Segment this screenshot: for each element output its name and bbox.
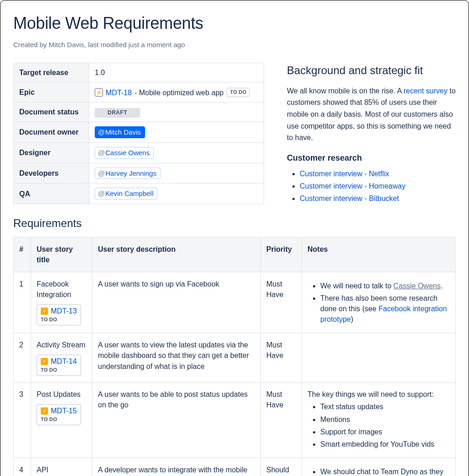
story-notes bbox=[302, 333, 456, 383]
story-title: API bbox=[37, 465, 86, 475]
research-link[interactable]: Customer interview - Homeaway bbox=[300, 182, 405, 190]
row-number: 1 bbox=[14, 272, 31, 333]
story-description: A user wants to view the latest updates … bbox=[92, 333, 261, 383]
byline-suffix: , last modified just a moment ago bbox=[84, 41, 185, 49]
meta-label-designer: Designer bbox=[14, 142, 89, 163]
story-title-cell: Post Updates✓MDT-15TO DO bbox=[31, 383, 92, 458]
list-item: There has also been some research done o… bbox=[320, 293, 450, 325]
meta-value-qa: @Kevin Campbell bbox=[89, 184, 264, 204]
row-number: 2 bbox=[14, 333, 31, 383]
epic-icon: ⚡ bbox=[95, 88, 103, 97]
epic-status-lozenge: TO DO bbox=[226, 88, 250, 97]
byline-author: Mitch Davis bbox=[49, 41, 85, 49]
bg-text-b: to customers showed that 85% of users us… bbox=[287, 87, 456, 141]
story-priority: Should Have bbox=[261, 458, 302, 476]
page-title: Mobile Web Requirements bbox=[13, 11, 456, 35]
col-header-notes: Notes bbox=[302, 238, 456, 272]
recent-survey-link[interactable]: recent survey bbox=[404, 87, 447, 95]
meta-value-owner: @Mitch Davis bbox=[89, 122, 264, 143]
meta-label-qa: QA bbox=[14, 184, 89, 204]
col-header-num: # bbox=[14, 238, 31, 272]
issue-card[interactable]: ✓MDT-15TO DO bbox=[37, 404, 81, 425]
document-page: Mobile Web Requirements Created by Mitch… bbox=[0, 0, 469, 476]
metadata-table: Target release 1.0 Epic ⚡ MDT-18 - Mobil… bbox=[13, 63, 264, 204]
col-header-description: User story description bbox=[92, 238, 261, 272]
epic-link[interactable]: MDT-18 bbox=[106, 87, 132, 98]
meta-label-owner: Document owner bbox=[14, 122, 89, 143]
list-item: Support for images bbox=[320, 427, 450, 437]
story-title-cell: Facebook Integration✓MDT-13TO DO bbox=[31, 272, 92, 333]
story-title-cell: Activity Stream✓MDT-14TO DO bbox=[31, 333, 92, 383]
status-badge: DRAFT bbox=[95, 108, 140, 118]
table-row: 2Activity Stream✓MDT-14TO DOA user wants… bbox=[14, 333, 456, 383]
table-row: 3Post Updates✓MDT-15TO DOA user wants to… bbox=[14, 383, 456, 458]
story-title-cell: API✓MDT-16TO DO bbox=[31, 458, 92, 476]
list-item: Customer interview - Bitbucket bbox=[300, 193, 456, 204]
list-item: Customer interview - Netflix bbox=[300, 168, 456, 179]
list-item: Customer interview - Homeaway bbox=[300, 181, 456, 191]
story-notes: We should chat to Team Dyno as they did … bbox=[302, 458, 456, 476]
issue-key: MDT-13 bbox=[51, 307, 77, 316]
issue-status: TO DO bbox=[41, 367, 77, 373]
story-description: A user wants to sign up via Facebook bbox=[92, 272, 261, 333]
story-notes: We will need to talk to Cassie Owens.The… bbox=[302, 272, 456, 333]
story-icon: ✓ bbox=[41, 358, 48, 365]
table-row: 1Facebook Integration✓MDT-13TO DOA user … bbox=[14, 272, 456, 333]
notes-list: Text status updatesMentionsSupport for i… bbox=[307, 401, 450, 449]
background-heading: Background and strategic fit bbox=[287, 63, 456, 79]
notes-list: We should chat to Team Dyno as they did … bbox=[307, 466, 450, 476]
issue-key: MDT-15 bbox=[51, 406, 77, 416]
meta-value-epic: ⚡ MDT-18 - Mobile optimized web app TO D… bbox=[89, 82, 264, 103]
notes-list: We will need to talk to Cassie Owens.The… bbox=[307, 281, 450, 325]
col-header-priority: Priority bbox=[261, 238, 302, 272]
story-title: Activity Stream bbox=[37, 340, 86, 350]
story-priority: Must Have bbox=[261, 333, 302, 383]
issue-key: MDT-14 bbox=[51, 357, 77, 366]
mention-owner[interactable]: @Mitch Davis bbox=[95, 126, 145, 138]
issue-status: TO DO bbox=[41, 317, 77, 323]
background-section: Background and strategic fit We all know… bbox=[287, 63, 456, 206]
two-column-layout: Target release 1.0 Epic ⚡ MDT-18 - Mobil… bbox=[13, 63, 456, 206]
customer-research-list: Customer interview - Netflix Customer in… bbox=[287, 168, 456, 204]
list-item: We will need to talk to Cassie Owens. bbox=[320, 281, 450, 291]
story-priority: Must Have bbox=[261, 272, 302, 333]
epic-summary: - Mobile optimized web app bbox=[135, 87, 224, 98]
story-icon: ✓ bbox=[41, 407, 48, 415]
requirements-table: # User story title User story descriptio… bbox=[13, 237, 456, 476]
row-number: 4 bbox=[14, 458, 31, 476]
background-paragraph: We all know mobile is on the rise. A rec… bbox=[287, 85, 456, 144]
col-header-title: User story title bbox=[31, 238, 92, 272]
list-item: Mentions bbox=[320, 414, 450, 425]
research-link[interactable]: Customer interview - Netflix bbox=[300, 170, 389, 178]
meta-label-developers: Developers bbox=[14, 163, 89, 184]
story-title: Facebook Integration bbox=[37, 279, 86, 300]
requirements-heading: Requirements bbox=[13, 216, 456, 232]
notes-intro: The key things we will need to support: bbox=[307, 389, 450, 400]
meta-value-designer: @Cassie Owens bbox=[89, 142, 264, 163]
mention-qa[interactable]: @Kevin Campbell bbox=[95, 188, 157, 200]
issue-card[interactable]: ✓MDT-14TO DO bbox=[37, 355, 81, 376]
mention-developer[interactable]: @Harvey Jennings bbox=[95, 168, 161, 179]
row-number: 3 bbox=[14, 383, 31, 458]
meta-value-status: DRAFT bbox=[89, 102, 264, 122]
story-notes: The key things we will need to support:T… bbox=[302, 383, 456, 458]
issue-status: TO DO bbox=[41, 416, 77, 423]
research-link[interactable]: Customer interview - Bitbucket bbox=[300, 195, 399, 202]
story-title: Post Updates bbox=[37, 389, 86, 400]
story-description: A developer wants to integrate with the … bbox=[92, 458, 261, 476]
customer-research-heading: Customer research bbox=[287, 152, 456, 164]
byline: Created by Mitch Davis, last modified ju… bbox=[13, 40, 456, 50]
issue-card[interactable]: ✓MDT-13TO DO bbox=[37, 304, 81, 325]
meta-label-epic: Epic bbox=[14, 82, 89, 103]
story-description: A user wants to be able to post status u… bbox=[92, 383, 261, 458]
list-item: We should chat to Team Dyno as they did … bbox=[320, 466, 450, 476]
byline-prefix: Created by bbox=[13, 41, 49, 49]
meta-label-status: Document status bbox=[14, 102, 89, 122]
story-priority: Must Have bbox=[261, 383, 302, 458]
list-item: Smart embedding for YouTube vids bbox=[320, 439, 450, 449]
list-item: Text status updates bbox=[320, 401, 450, 412]
story-icon: ✓ bbox=[41, 308, 48, 315]
inline-mention[interactable]: Cassie Owens bbox=[394, 282, 441, 290]
mention-designer[interactable]: @Cassie Owens bbox=[95, 147, 154, 159]
meta-value-developers: @Harvey Jennings bbox=[89, 163, 264, 184]
